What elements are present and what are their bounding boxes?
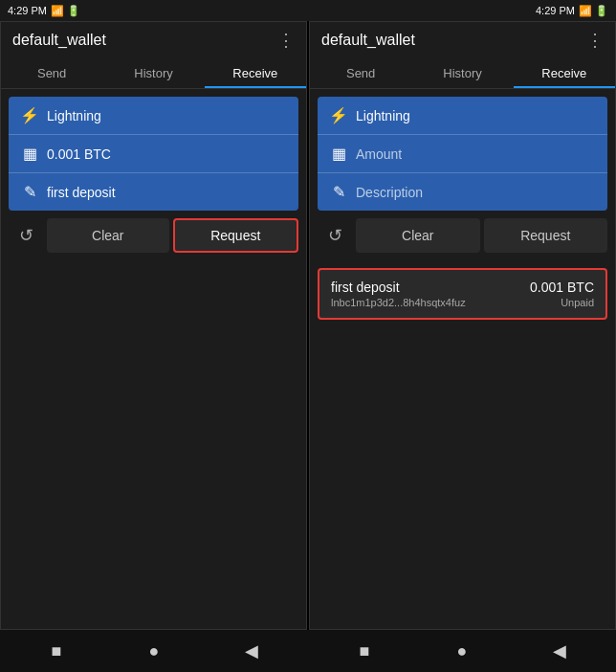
right-menu-icon[interactable]: ⋮ <box>586 30 604 51</box>
left-form: ⚡ Lightning ▦ 0.001 BTC ✎ first deposit <box>9 97 298 211</box>
result-right: 0.001 BTC Unpaid <box>530 280 594 308</box>
left-refresh-icon[interactable]: ↺ <box>9 218 43 253</box>
left-lightning-row: ⚡ Lightning <box>9 97 298 135</box>
result-name: first deposit <box>331 280 466 295</box>
time-right: 4:29 PM <box>536 5 575 16</box>
right-form: ⚡ Lightning ▦ Amount ✎ Description <box>318 97 607 211</box>
right-result-card[interactable]: first deposit lnbc1m1p3d2...8h4hsqtx4fuz… <box>318 268 607 320</box>
right-amount-placeholder: Amount <box>356 146 596 162</box>
left-description-value: first deposit <box>47 185 287 200</box>
right-lightning-row: ⚡ Lightning <box>318 97 607 135</box>
left-tab-receive[interactable]: Receive <box>205 58 306 88</box>
left-description-row[interactable]: ✎ first deposit <box>9 173 298 211</box>
right-amount-icon: ▦ <box>329 145 348 163</box>
right-nav-square[interactable]: ■ <box>347 634 382 668</box>
right-description-placeholder: Description <box>356 185 596 200</box>
right-lightning-text: Lightning <box>356 108 596 123</box>
left-nav-back[interactable]: ◀ <box>234 634 269 668</box>
left-nav-circle[interactable]: ● <box>137 634 171 668</box>
left-description-icon: ✎ <box>20 183 39 201</box>
result-left: first deposit lnbc1m1p3d2...8h4hsqtx4fuz <box>331 280 466 308</box>
bottom-nav-right: ■ ● ◀ <box>308 630 616 672</box>
right-request-button[interactable]: Request <box>484 218 608 253</box>
left-clear-button[interactable]: Clear <box>47 218 169 253</box>
right-nav-back[interactable]: ◀ <box>542 634 577 668</box>
result-amount: 0.001 BTC <box>530 280 594 295</box>
left-amount-icon: ▦ <box>20 145 39 163</box>
right-app-header: default_wallet ⋮ <box>310 22 615 58</box>
phones-container: default_wallet ⋮ Send History Receive ⚡ … <box>0 21 616 630</box>
left-nav-square[interactable]: ■ <box>39 634 74 668</box>
right-clear-button[interactable]: Clear <box>356 218 480 253</box>
signal-icons-left: 📶 🔋 <box>51 5 80 17</box>
left-lightning-icon: ⚡ <box>20 106 39 124</box>
right-panel: default_wallet ⋮ Send History Receive ⚡ … <box>309 21 616 630</box>
left-action-row: ↺ Clear Request <box>9 218 298 253</box>
right-tab-history[interactable]: History <box>411 58 513 88</box>
right-refresh-icon[interactable]: ↺ <box>318 218 352 253</box>
left-amount-row[interactable]: ▦ 0.001 BTC <box>9 135 298 173</box>
status-bar-left: 4:29 PM 📶 🔋 <box>8 5 80 17</box>
right-description-row[interactable]: ✎ Description <box>318 173 607 211</box>
right-app-title: default_wallet <box>321 32 415 49</box>
left-panel: default_wallet ⋮ Send History Receive ⚡ … <box>0 21 307 630</box>
left-tab-history[interactable]: History <box>102 58 204 88</box>
left-lightning-text: Lightning <box>47 108 287 123</box>
right-action-row: ↺ Clear Request <box>318 218 607 253</box>
left-app-title: default_wallet <box>12 32 106 49</box>
right-amount-row[interactable]: ▦ Amount <box>318 135 607 173</box>
right-nav-circle[interactable]: ● <box>445 634 479 668</box>
signal-icons-right: 📶 🔋 <box>579 5 608 17</box>
right-tabs: Send History Receive <box>310 58 615 89</box>
right-description-icon: ✎ <box>329 183 348 201</box>
left-request-button[interactable]: Request <box>173 218 299 253</box>
bottom-nav-left: ■ ● ◀ <box>0 630 308 672</box>
right-tab-receive[interactable]: Receive <box>514 58 615 88</box>
left-amount-value: 0.001 BTC <box>47 146 287 162</box>
result-address: lnbc1m1p3d2...8h4hsqtx4fuz <box>331 297 466 308</box>
status-bar-right: 4:29 PM 📶 🔋 <box>536 5 608 17</box>
left-tab-send[interactable]: Send <box>1 58 102 88</box>
time-left: 4:29 PM <box>8 5 47 16</box>
left-app-header: default_wallet ⋮ <box>1 22 306 58</box>
right-lightning-icon: ⚡ <box>329 106 348 124</box>
bottom-nav: ■ ● ◀ ■ ● ◀ <box>0 630 616 672</box>
left-menu-icon[interactable]: ⋮ <box>277 30 295 51</box>
right-tab-send[interactable]: Send <box>310 58 411 88</box>
left-tabs: Send History Receive <box>1 58 306 89</box>
status-bar: 4:29 PM 📶 🔋 4:29 PM 📶 🔋 <box>0 0 616 21</box>
result-status: Unpaid <box>561 297 594 308</box>
